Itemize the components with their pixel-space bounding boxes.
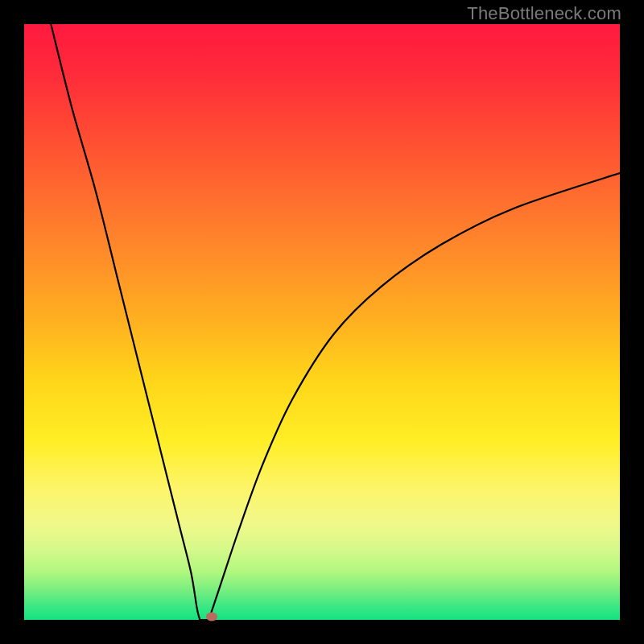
plot-area	[24, 24, 620, 620]
watermark-text: TheBottleneck.com	[467, 3, 621, 24]
curve-svg	[24, 24, 620, 620]
min-marker	[206, 613, 217, 621]
chart-frame: TheBottleneck.com	[0, 0, 644, 644]
bottleneck-curve	[51, 24, 620, 620]
